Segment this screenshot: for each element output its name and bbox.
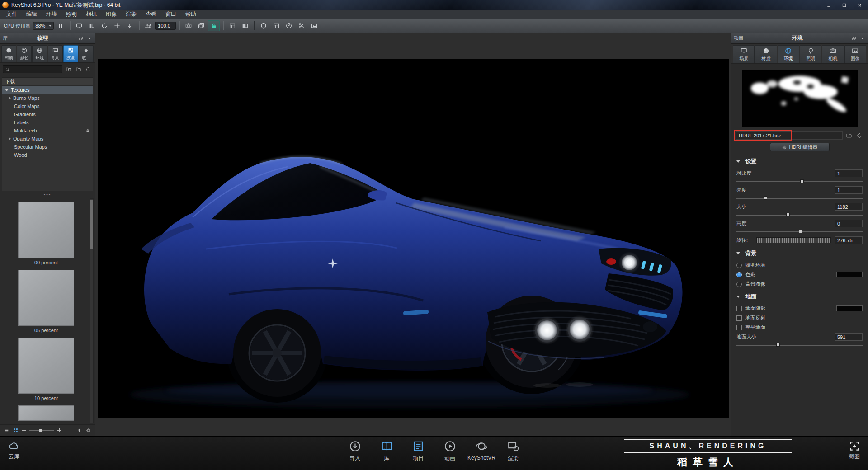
library-tab-textures[interactable]: 纹理 [63, 45, 78, 62]
upload-icon[interactable] [76, 428, 82, 433]
undock-panel-button[interactable] [78, 35, 84, 42]
render-button[interactable]: 渲染 [498, 440, 528, 462]
tab-scene[interactable]: 场景 [733, 45, 755, 63]
open-folder-button[interactable] [74, 65, 82, 73]
slider-thumb[interactable] [764, 196, 767, 200]
safe-frame-button[interactable] [258, 20, 269, 31]
contrast-slider[interactable] [736, 179, 863, 184]
brightness-value-input[interactable]: 1 [835, 186, 863, 194]
menu-environment[interactable]: 环境 [42, 10, 61, 19]
undock-panel-button[interactable] [851, 35, 857, 42]
ground-reflection-option[interactable]: 地面反射 [731, 312, 868, 321]
lighting-environment-option[interactable]: 照明环境 [731, 259, 868, 268]
flip-view-button[interactable] [86, 20, 98, 31]
tab-material[interactable]: 材质 [755, 45, 777, 63]
brightness-slider[interactable] [736, 196, 863, 201]
color-option[interactable]: 色彩 [731, 268, 868, 278]
menu-window[interactable]: 窗口 [161, 10, 181, 19]
tree-item-labels[interactable]: Labels [2, 118, 93, 127]
height-slider[interactable] [736, 229, 863, 234]
add-folder-button[interactable] [64, 65, 72, 73]
tree-item-opacity-maps[interactable]: Opacity Maps [2, 135, 93, 143]
refresh-library-button[interactable] [84, 65, 92, 73]
ground-size-value-input[interactable]: 591 [835, 333, 863, 341]
grid-view-icon[interactable] [13, 428, 19, 433]
checkbox-icon[interactable] [736, 315, 742, 321]
menu-view[interactable]: 查看 [141, 10, 161, 19]
split-panel-button[interactable] [226, 20, 238, 31]
menu-edit[interactable]: 编辑 [22, 10, 42, 19]
texture-thumbnail[interactable] [18, 338, 74, 394]
screenshot-button[interactable] [308, 20, 320, 31]
radio-icon[interactable] [736, 272, 742, 277]
library-tab-favorites[interactable]: 收... [79, 45, 94, 62]
add-camera-button[interactable] [183, 20, 194, 31]
tree-item-specular-maps[interactable]: Specular Maps [2, 143, 93, 151]
rotation-drag-control[interactable] [756, 237, 831, 243]
texture-thumbnail[interactable] [18, 202, 74, 258]
background-color-swatch[interactable] [836, 272, 863, 277]
menu-camera[interactable]: 相机 [81, 10, 101, 19]
menu-lighting[interactable]: 照明 [61, 10, 81, 19]
tree-item-wood[interactable]: Wood [2, 151, 93, 159]
library-tab-environments[interactable]: 环境 [32, 45, 47, 62]
cpu-usage-select[interactable]: 88% [33, 22, 54, 30]
browse-hdri-button[interactable] [845, 132, 853, 140]
checkbox-icon[interactable] [736, 306, 742, 311]
texture-thumbnail[interactable] [18, 270, 74, 326]
project-panel-header[interactable]: 项目 环境 [731, 33, 868, 44]
tab-lighting[interactable]: 照明 [800, 45, 821, 63]
capture-button[interactable]: 截图 [848, 440, 861, 461]
pan-down-button[interactable] [124, 20, 136, 31]
ground-shadow-option[interactable]: 地面阴影 [731, 302, 868, 312]
list-item[interactable]: 10 percent [5, 338, 87, 402]
reset-camera-button[interactable] [99, 20, 110, 31]
slider-thumb[interactable] [786, 213, 790, 216]
menu-file[interactable]: 文件 [2, 10, 22, 19]
scrollbar-thumb[interactable] [90, 200, 93, 249]
tab-environment[interactable]: 环境 [778, 45, 799, 63]
tree-root-downloads[interactable]: 下载 [2, 78, 93, 86]
settings-section-header[interactable]: 设置 [731, 152, 868, 167]
list-item[interactable]: 05 percent [5, 270, 87, 334]
ground-section-header[interactable]: 地面 [731, 287, 868, 302]
region-cut-button[interactable] [296, 20, 307, 31]
maximize-button[interactable] [836, 1, 852, 9]
zoom-value-input[interactable]: 100.0 [155, 22, 176, 30]
search-box[interactable] [3, 65, 62, 73]
size-slider[interactable] [736, 212, 863, 217]
contrast-value-input[interactable]: 1 [835, 169, 863, 177]
texture-thumbnail[interactable] [18, 405, 74, 421]
close-panel-button[interactable] [859, 35, 865, 42]
zoom-out-icon[interactable] [22, 430, 26, 431]
hdri-filename-field[interactable]: HDRI_2017.21.hdz [736, 131, 843, 140]
search-input[interactable] [12, 66, 60, 72]
hdri-preview-image[interactable] [742, 70, 858, 127]
flatten-ground-option[interactable]: 整平地面 [731, 321, 868, 331]
radio-icon[interactable] [736, 282, 742, 287]
thumbnail-size-slider[interactable] [29, 430, 54, 431]
tree-item-color-maps[interactable]: Color Maps [2, 102, 93, 110]
screen-mode-button[interactable] [73, 20, 85, 31]
thumbnail-scrollbar[interactable] [90, 198, 94, 423]
slider-thumb[interactable] [776, 343, 780, 347]
list-view-icon[interactable] [4, 428, 9, 433]
gear-icon[interactable] [85, 428, 91, 433]
library-tab-materials[interactable]: 材质 [1, 45, 16, 62]
list-item[interactable] [5, 405, 87, 421]
height-value-input[interactable]: 0 [835, 220, 863, 227]
cloud-library-button[interactable]: 云库 [7, 440, 21, 461]
slider-thumb[interactable] [799, 230, 802, 233]
menu-image[interactable]: 图像 [101, 10, 121, 19]
library-tab-backplates[interactable]: 背景 [48, 45, 63, 62]
ground-size-slider[interactable] [736, 343, 863, 348]
slider-thumb[interactable] [800, 179, 804, 183]
tab-camera[interactable]: 相机 [822, 45, 844, 63]
size-value-input[interactable]: 1182 [835, 203, 863, 211]
minimize-button[interactable] [821, 1, 836, 9]
menu-help[interactable]: 帮助 [181, 10, 201, 19]
tab-image[interactable]: 图像 [844, 45, 866, 63]
tree-item-textures[interactable]: Textures [2, 86, 93, 94]
performance-dial-button[interactable] [283, 20, 295, 31]
title-bar[interactable]: KeyShot 6.3 Pro - YE Ma渲染测试.bip - 64 bit [0, 0, 868, 10]
